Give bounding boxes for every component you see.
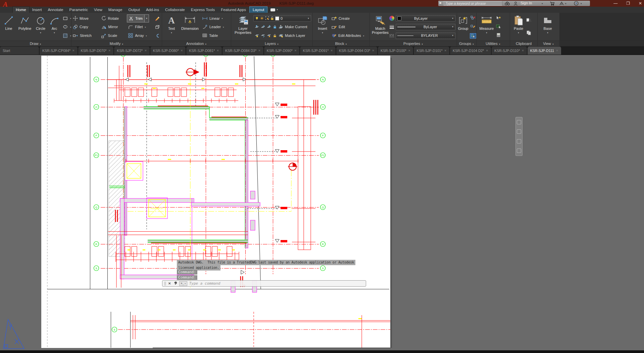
linear-dimension-button[interactable]: Linear ▾ xyxy=(201,14,230,22)
tab-view[interactable]: View xyxy=(91,7,105,13)
panel-label-layers[interactable]: Layers ▼ xyxy=(231,41,313,47)
close-tab-icon[interactable]: ✕ xyxy=(408,49,411,52)
linetype-icon[interactable] xyxy=(389,34,394,38)
nav-zoom-icon[interactable] xyxy=(517,139,521,143)
lineweight-icon[interactable] xyxy=(389,25,394,29)
file-tab-start[interactable]: Start xyxy=(0,47,39,55)
arc-button[interactable]: Arc ▼ xyxy=(48,13,61,41)
circle-button[interactable]: Circle ▼ xyxy=(34,13,48,41)
file-tab[interactable]: KSR-SJP-CP084*✕ xyxy=(40,47,78,55)
autocad-logo-icon[interactable]: A xyxy=(1,0,10,9)
command-recent-icon[interactable]: >_▾ xyxy=(179,281,187,286)
minimize-button[interactable]: — xyxy=(613,1,617,6)
fillet-button[interactable]: Fillet ▾ xyxy=(127,23,153,31)
base-button[interactable]: Base ▼ xyxy=(540,13,555,41)
panel-label-modify[interactable]: Modify ▼ xyxy=(71,41,162,47)
file-tab[interactable]: KSR-SJP-D101*✕ xyxy=(414,47,449,55)
file-tab[interactable]: KSR-SJP-D104 D2*✕ xyxy=(450,47,491,55)
file-tab[interactable]: KSR-SJP-D070*✕ xyxy=(78,47,114,55)
trim-caret-icon[interactable]: ▼ xyxy=(145,14,149,22)
close-tab-icon[interactable]: ✕ xyxy=(144,49,147,52)
edit-attributes-button[interactable]: Edit Attributes ▾ xyxy=(330,32,368,40)
command-grip-handle[interactable] xyxy=(164,282,166,286)
ribbon-display-toggle[interactable]: ▾ xyxy=(270,7,278,13)
layout-canvas[interactable] xyxy=(0,55,644,350)
ungroup-button[interactable] xyxy=(470,15,476,21)
file-tab[interactable]: KSR-SJP-D094 D3*✕ xyxy=(336,47,377,55)
file-tab[interactable]: KSR-SJP-D084 D3*✕ xyxy=(222,47,263,55)
file-tab[interactable]: KSR-SJP-D110*✕ xyxy=(492,47,527,55)
close-tab-icon[interactable]: ✕ xyxy=(444,49,447,52)
tab-collaborate[interactable]: Collaborate xyxy=(162,7,188,13)
group-selection-toggle[interactable] xyxy=(470,33,476,39)
layer-dropdown[interactable]: 0 ▼ xyxy=(253,15,311,21)
close-tab-icon[interactable]: ✕ xyxy=(294,49,297,52)
join-button[interactable] xyxy=(153,32,161,40)
line-button[interactable]: Line xyxy=(1,13,16,41)
dimension-button[interactable]: Dimension xyxy=(179,13,201,41)
close-button[interactable]: ✕ xyxy=(639,1,642,6)
panel-label-annotation[interactable]: Annotation ▼ xyxy=(162,41,231,47)
text-button[interactable]: A Text ▼ xyxy=(164,13,179,41)
file-tab-active[interactable]: KSR-SJP-D111✕ xyxy=(528,47,561,55)
restore-button[interactable]: ❐ xyxy=(626,1,630,6)
move-button[interactable]: Move xyxy=(71,14,100,22)
erase-button[interactable] xyxy=(153,14,161,22)
sign-in-caret-icon[interactable]: ▾ xyxy=(542,2,543,5)
close-tab-icon[interactable]: ✕ xyxy=(216,49,219,52)
panel-label-draw[interactable]: Draw ▼ xyxy=(0,41,71,47)
ellipse-tool-button[interactable]: ▾ xyxy=(62,23,72,31)
search-binoculars-icon[interactable] xyxy=(505,1,510,6)
panel-label-block[interactable]: Block ▼ xyxy=(313,41,370,47)
match-layer-button[interactable]: Match Layer xyxy=(253,32,311,39)
file-tab[interactable]: KSR-SJP-D100*✕ xyxy=(378,47,413,55)
group-edit-button[interactable] xyxy=(470,24,476,30)
file-tab[interactable]: KSR-SJP-D072*✕ xyxy=(114,47,150,55)
table-button[interactable]: Table xyxy=(201,32,230,40)
close-tab-icon[interactable]: ✕ xyxy=(372,49,375,52)
match-properties-button[interactable]: Match Properties xyxy=(371,13,389,41)
command-close-icon[interactable]: ✕ xyxy=(168,282,171,285)
layer-properties-button[interactable]: Layer Properties xyxy=(233,13,253,41)
help-caret-icon[interactable]: ▾ xyxy=(581,2,582,5)
rotate-button[interactable]: Rotate xyxy=(100,14,127,22)
tab-annotate[interactable]: Annotate xyxy=(45,7,66,13)
mirror-button[interactable]: Mirror xyxy=(100,23,127,31)
close-tab-icon[interactable]: ✕ xyxy=(522,49,524,52)
infocenter-collapse-icon[interactable]: ▶ xyxy=(440,1,442,4)
close-tab-icon[interactable]: ✕ xyxy=(108,49,111,52)
app-store-cart-icon[interactable] xyxy=(550,1,555,6)
close-tab-icon[interactable]: ✕ xyxy=(181,49,183,52)
close-tab-icon[interactable]: ✕ xyxy=(330,49,333,52)
tab-output[interactable]: Output xyxy=(125,7,143,13)
color-wheel-icon[interactable] xyxy=(389,16,394,21)
scale-button[interactable]: Scale xyxy=(100,32,127,40)
explode-button[interactable] xyxy=(153,23,161,31)
cut-button[interactable] xyxy=(526,17,532,23)
file-tab[interactable]: KSR-SJP-D081*✕ xyxy=(186,47,222,55)
command-input[interactable] xyxy=(189,281,364,286)
panel-label-clipboard[interactable]: Clipboard xyxy=(510,41,538,47)
tab-parametric[interactable]: Parametric xyxy=(66,7,91,13)
tab-express-tools[interactable]: Express Tools xyxy=(188,7,218,13)
object-color-dropdown[interactable]: ByLayer ▼ xyxy=(396,15,455,21)
stretch-button[interactable]: Stretch xyxy=(71,32,100,40)
sign-in-button[interactable]: Sign In xyxy=(521,1,532,5)
close-tab-icon[interactable]: ✕ xyxy=(486,49,488,52)
close-tab-icon[interactable]: ✕ xyxy=(556,49,558,52)
tab-layout-contextual[interactable]: Layout xyxy=(250,7,267,13)
make-current-button[interactable]: Make Current xyxy=(253,23,311,30)
lineweight-dropdown[interactable]: ByLayer ▼ xyxy=(396,24,455,30)
create-block-button[interactable]: Create xyxy=(330,14,368,22)
nav-orbit-icon[interactable] xyxy=(517,149,521,153)
insert-button[interactable]: Insert ▼ xyxy=(315,13,330,41)
a360-caret-icon[interactable]: ▾ xyxy=(565,2,566,5)
close-tab-icon[interactable]: ✕ xyxy=(258,49,261,52)
edit-block-button[interactable]: Edit xyxy=(330,23,368,31)
group-button[interactable]: Group xyxy=(457,13,469,41)
command-line-bar[interactable]: ✕ >_▾ xyxy=(162,280,366,287)
help-search-input[interactable] xyxy=(444,1,502,6)
linetype-dropdown[interactable]: BYLAYER ▼ xyxy=(396,33,455,39)
hatch-tool-button[interactable]: ▾ xyxy=(62,32,72,40)
tab-manage[interactable]: Manage xyxy=(105,7,126,13)
